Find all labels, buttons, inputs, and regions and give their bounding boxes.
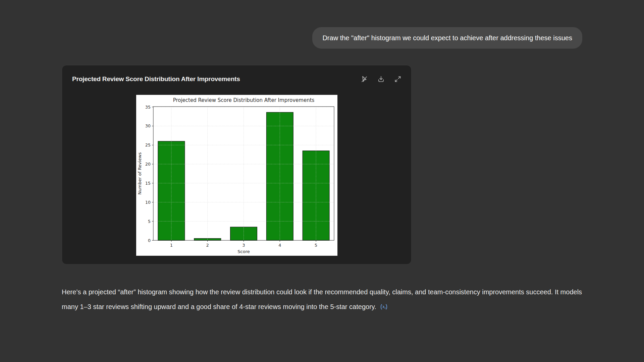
svg-text:15: 15	[145, 181, 151, 186]
artifact-title: Projected Review Score Distribution Afte…	[72, 75, 240, 83]
svg-text:4: 4	[278, 243, 281, 248]
svg-text:0: 0	[148, 238, 151, 243]
svg-text:5: 5	[315, 243, 317, 248]
interactivity-toggle-button[interactable]	[360, 75, 368, 83]
svg-text:2: 2	[206, 243, 209, 248]
expand-button[interactable]	[394, 75, 402, 83]
svg-text:20: 20	[145, 162, 151, 167]
svg-text:10: 10	[145, 200, 151, 205]
svg-text:5: 5	[148, 219, 151, 224]
svg-text:35: 35	[145, 105, 151, 110]
user-message-row: Draw the "after" histogram we could expe…	[62, 27, 582, 49]
svg-text:30: 30	[145, 123, 151, 128]
view-code-icon	[379, 304, 388, 310]
svg-text:Score: Score	[237, 249, 250, 254]
svg-text:1: 1	[170, 243, 172, 248]
expand-icon	[394, 75, 402, 83]
download-button[interactable]	[377, 75, 385, 83]
svg-text:Projected Review Score Distrib: Projected Review Score Distribution Afte…	[173, 97, 314, 103]
user-message-bubble: Draw the "after" histogram we could expe…	[312, 27, 582, 49]
artifact-card: Projected Review Score Distribution Afte…	[62, 65, 412, 264]
code-reference-chip[interactable]	[379, 300, 388, 315]
artifact-card-header: Projected Review Score Distribution Afte…	[62, 65, 411, 84]
cursor-off-icon	[360, 75, 368, 83]
assistant-message-text: Here’s a projected “after” histogram sho…	[62, 285, 582, 315]
histogram-chart: 0510152025303512345ScoreNumber of Review…	[136, 95, 337, 256]
assistant-message-body: Here’s a projected “after” histogram sho…	[62, 288, 582, 310]
svg-text:Number of Reviews: Number of Reviews	[137, 152, 142, 194]
artifact-card-body: 0510152025303512345ScoreNumber of Review…	[62, 84, 411, 264]
svg-text:3: 3	[242, 243, 245, 248]
chat-page: Draw the "after" histogram we could expe…	[62, 0, 582, 315]
svg-text:25: 25	[145, 142, 151, 147]
artifact-toolbar	[360, 75, 402, 83]
download-icon	[377, 75, 385, 83]
